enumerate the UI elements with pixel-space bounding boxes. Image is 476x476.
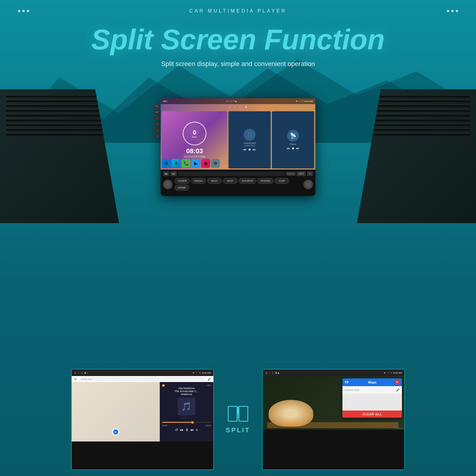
maps-popup[interactable]: 🗺 Maps ✕ Search here 🎤 CLEAR ALL xyxy=(342,378,402,418)
settings-app-icon[interactable]: ⚙ xyxy=(211,159,220,168)
split-book-icon xyxy=(228,405,248,423)
navi-button[interactable]: NAVI xyxy=(207,178,222,184)
nav-side-btn[interactable]: ◁ xyxy=(154,134,159,138)
right-location-icon: ♡ xyxy=(387,372,389,374)
square-nav-icon[interactable]: □ xyxy=(239,105,241,108)
map-marker: GO xyxy=(112,428,119,436)
home-button[interactable]: HOME xyxy=(174,185,189,191)
windows-app-icon[interactable]: ⊞ xyxy=(162,159,171,168)
car-section: MIC RST ⌂ ↩ + ◁ MIC ◁ ○ □ ▽▲ xyxy=(0,92,476,271)
radio-next[interactable]: ⏭ xyxy=(296,147,299,150)
prev-icon[interactable]: ⏮ xyxy=(243,148,246,151)
repeat-icon[interactable]: ↺ xyxy=(175,428,178,432)
back-arrow-button[interactable]: ↩ xyxy=(307,171,313,176)
dot-1 xyxy=(18,10,20,12)
speed-value: 0 xyxy=(193,129,196,136)
speedometer: 0 km/h xyxy=(183,122,206,145)
progress-fill xyxy=(162,422,194,423)
right-square-icon: □ xyxy=(272,372,273,374)
app-row: ⊞ ✈ 📞 ▶ ⏺ ⚙ xyxy=(162,159,314,168)
left-square-icon: □ xyxy=(81,372,82,374)
left-knob[interactable] xyxy=(163,180,173,189)
status-bar: MIC ◁ ○ □ ▽▲ ✦ ♡ ▽ 8:03 AM xyxy=(161,98,315,104)
music-album-art: 🎵 xyxy=(178,397,195,415)
time-current: 04:00 xyxy=(162,425,167,427)
left-nav-bar: ☰ Search here 🎤 xyxy=(72,376,213,382)
left-bluetooth-icon: ✦ xyxy=(192,372,195,374)
phone-button[interactable]: PHONE xyxy=(257,178,273,184)
tuner-button[interactable]: TUNER xyxy=(174,178,190,184)
source-button[interactable]: SOURCE xyxy=(239,178,257,184)
music-panel: 📶 LRC nita-Madonna The Immaculate C... M… xyxy=(160,382,213,441)
phone-app-icon[interactable]: 📞 xyxy=(181,159,190,168)
dot-6 xyxy=(456,10,458,12)
play-icon[interactable]: ⏺ xyxy=(248,148,251,151)
clear-all-button[interactable]: CLEAR ALL xyxy=(342,411,402,418)
video-app-icon[interactable]: ▶ xyxy=(191,159,200,168)
left-content: GO 📶 LRC nita-Madonna The Immaculate C..… xyxy=(72,382,213,441)
maps-mic-icon[interactable]: 🎤 xyxy=(396,388,400,392)
left-split-screen[interactable]: ◁ ○ □ ⊞ ♪ ✦ ♡ ▽ 8:04 AM ☰ Search here 🎤 … xyxy=(71,369,214,470)
radio-controls: ⏮ ⏺ ⏭ xyxy=(287,147,299,150)
radio-play[interactable]: ⏺ xyxy=(292,147,295,150)
battery-indicator xyxy=(286,172,295,176)
progress-bar[interactable] xyxy=(162,422,211,423)
hero-section: Split Screen Function Split screen displ… xyxy=(0,24,476,68)
media-button[interactable]: MEDIA xyxy=(191,178,206,184)
back-btn[interactable]: ↩ xyxy=(154,122,159,126)
pause-btn[interactable]: ⏸ xyxy=(185,428,189,432)
opt-button[interactable]: OPT xyxy=(297,171,306,176)
right-status: ✦ ♡ ▽ 8:03 AM xyxy=(296,100,313,103)
playlist-icon[interactable]: ≡ xyxy=(196,428,198,432)
record-app-icon[interactable]: ⏺ xyxy=(201,159,210,168)
car-screen[interactable]: MIC ◁ ○ □ ▽▲ ✦ ♡ ▽ 8:03 AM xyxy=(161,98,315,170)
video-area: © CARPLAY 🗺 Maps ✕ Search here 🎤 CLEAR A… xyxy=(263,376,404,430)
location-icon: ♡ xyxy=(299,100,301,103)
side-buttons: MIC RST ⌂ ↩ + ◁ xyxy=(154,104,159,138)
map-area: GO xyxy=(72,382,160,441)
music-icon: 🎵 xyxy=(244,129,256,141)
left-wifi-icon: ▽ xyxy=(199,372,201,374)
radio-prev[interactable]: ⏮ xyxy=(287,147,290,150)
progress-bar xyxy=(178,172,285,176)
map-button[interactable]: MAP xyxy=(223,178,238,184)
triangle-nav-icon[interactable]: ▲ xyxy=(245,105,247,108)
maps-close-button[interactable]: ✕ xyxy=(395,380,400,385)
music-controls: ↺ ⏮ ⏸ ⏭ ≡ xyxy=(175,428,198,432)
home-side-btn[interactable]: ⌂ xyxy=(154,116,159,120)
music-sublabel: UNKNOWN xyxy=(244,145,255,147)
back-nav-icon[interactable]: ◁ xyxy=(229,105,231,108)
skip-back-button[interactable]: ⏮ xyxy=(163,171,169,176)
music-time: 04:00 04:04 xyxy=(162,425,211,427)
right-circle-icon: ○ xyxy=(269,372,270,374)
car-button[interactable]: CAR xyxy=(274,178,289,184)
skip-forward-button[interactable]: ⏭ xyxy=(170,171,177,176)
dot-5 xyxy=(451,10,454,12)
right-wifi-icon: ▽ xyxy=(390,372,392,374)
prev-btn[interactable]: ⏮ xyxy=(180,428,183,432)
nav-square-icon: □ xyxy=(231,100,232,103)
rst-label: RST xyxy=(154,110,159,114)
maps-search-bar: Search here 🎤 xyxy=(342,386,402,394)
clock-date: 2022/11/04 Friday xyxy=(184,155,206,158)
next-btn[interactable]: ⏭ xyxy=(190,428,194,432)
left-icons: ⊞ ♪ xyxy=(84,372,88,374)
menu-icon[interactable]: ☰ xyxy=(74,378,77,381)
vol-btn[interactable]: + xyxy=(154,128,159,132)
message-app-icon[interactable]: ✈ xyxy=(172,159,181,168)
right-split-screen[interactable]: ◁ ○ □ ⊞▲ ✦ ♡ ▽ 8:03 AM © CARPLAY xyxy=(262,369,405,470)
dot-2 xyxy=(22,10,25,12)
dot-4 xyxy=(447,10,449,12)
circle-nav-icon[interactable]: ○ xyxy=(234,105,236,108)
music-label: UNKNOWN xyxy=(243,142,256,145)
artist-name: Madonna xyxy=(174,393,198,396)
next-icon[interactable]: ⏭ xyxy=(253,148,256,151)
svg-rect-2 xyxy=(228,406,237,421)
voice-search-icon[interactable]: 🎤 xyxy=(207,378,211,381)
search-box[interactable]: Search here xyxy=(79,377,205,381)
hero-title: Split Screen Function xyxy=(0,24,476,55)
status-icons: ◁ ○ □ ▽▲ xyxy=(226,100,237,103)
right-knob[interactable] xyxy=(303,180,313,189)
right-extra-icons: ⊞▲ xyxy=(275,372,280,374)
dot-3 xyxy=(27,10,29,12)
